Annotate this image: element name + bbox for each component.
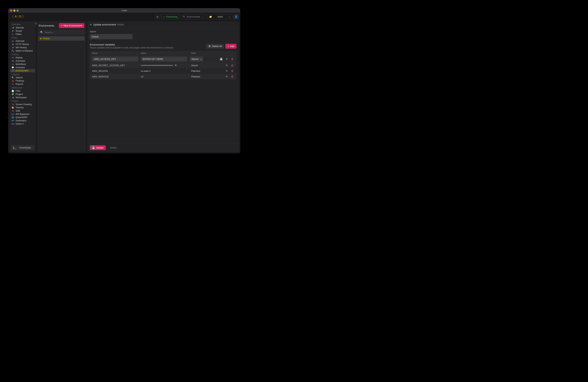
flask-icon: ⚗ <box>183 15 185 18</box>
var-name-input[interactable] <box>92 57 138 61</box>
sidebar-item-403-bypasser[interactable]: </>403 Bypasser <box>10 113 35 116</box>
search-icon: 🔍 <box>40 31 43 34</box>
chevron-down-icon: ⌄ <box>202 15 204 18</box>
pen-icon: ✎ <box>12 103 14 106</box>
filter-icon: ▼ <box>12 30 14 32</box>
user-menu-button[interactable]: 👤 <box>233 14 239 19</box>
sidebar-item-replay[interactable]: ↻Replay <box>10 56 35 59</box>
export-icon: ⎋ <box>12 83 14 85</box>
sidebar-item-scope[interactable]: ▼Scope <box>10 29 35 33</box>
sidebar-item-ws-history[interactable]: ⇄WS History <box>10 46 35 49</box>
sidebar-item-sitemap[interactable]: ⇶Sitemap <box>10 26 35 29</box>
environment-dropdown[interactable]: ⚗ Environment ⌄ <box>181 14 206 19</box>
sidebar-item-http-history[interactable]: ≣HTTP History <box>10 43 35 46</box>
save-row-button[interactable]: 💾 <box>220 58 223 60</box>
cancel-row-button[interactable]: ✕ <box>225 58 228 60</box>
sidebar-item-shift[interactable]: ⊙Shift <box>10 109 35 113</box>
new-environment-button[interactable]: + New Environment <box>59 23 84 28</box>
edit-row-button[interactable]: ✎ <box>225 75 228 78</box>
window-title: Caido <box>121 9 127 12</box>
chevron-down-icon: ⌄ <box>200 58 202 60</box>
commands-label: Commands <box>19 147 31 149</box>
var-name: AWS_SERVICE <box>92 75 141 78</box>
environment-search-input[interactable] <box>44 31 83 34</box>
environment-item-label: Global <box>43 37 50 40</box>
delete-all-button[interactable]: 🗑 Delete All <box>206 44 224 49</box>
monitor-icon: 🖥 <box>12 96 14 98</box>
main-title: Update environment <box>93 23 116 26</box>
col-kind: Kind <box>191 52 220 55</box>
commands-button[interactable]: ❯_ Commands <box>11 145 34 150</box>
app-window: Caido CAIDO ◎ » Forwarding ⚗ Environment… <box>8 8 240 153</box>
code-icon: </> <box>12 113 14 115</box>
sidebar-item-assistant[interactable]: 💬Assistant <box>10 66 35 69</box>
sidebar-item-authmatrix[interactable]: </>Authmatrix <box>10 119 35 122</box>
edit-row-button[interactable]: ✎ <box>225 64 228 67</box>
target-button[interactable]: ◎ <box>155 14 160 19</box>
sidebar-item-label: 403 Bypasser <box>16 113 29 115</box>
maximize-icon[interactable] <box>17 10 19 12</box>
main-panel: ✎ Update environment Global Name Environ… <box>87 21 239 152</box>
sidebar-item-findings[interactable]: 🐞Findings <box>10 79 35 82</box>
environment-search[interactable]: 🔍 <box>38 30 85 35</box>
sidebar-item-label: Workspace <box>16 96 27 99</box>
environment-item[interactable]: Global <box>38 36 85 41</box>
sidebar-item-quickssrf[interactable]: 🌐QuickSSRF <box>10 116 35 119</box>
puzzle-icon: 🧩 <box>12 93 14 96</box>
sidebar-collapse-button[interactable]: « <box>34 22 37 25</box>
search-icon: 🔍 <box>12 76 14 79</box>
name-label: Name <box>90 30 236 33</box>
add-variable-button[interactable]: + Add <box>225 44 236 49</box>
sidebar-item-match-replace[interactable]: 🔧Match & Replace <box>10 49 35 53</box>
sliders-icon: ≡ <box>12 33 14 35</box>
sidebar-item-environment[interactable]: ❐Environment <box>10 69 35 72</box>
target-icon: ◎ <box>12 40 14 42</box>
forwarding-label: Forwarding <box>166 15 178 18</box>
status-dot-icon <box>40 38 41 39</box>
main-body: Name Environment Variables Those variabl… <box>87 28 239 143</box>
pencil-icon: ✎ <box>226 75 228 78</box>
edit-icon: ✎ <box>90 23 92 26</box>
update-button[interactable]: 💾 Update <box>90 145 106 150</box>
delete-row-button[interactable]: 🗑 <box>231 58 233 60</box>
var-name: AWS_REGION <box>92 70 141 72</box>
sidebar-item-plugins[interactable]: 🧩Plugins <box>10 93 35 96</box>
delete-row-button[interactable]: 🗑 <box>231 70 233 72</box>
sidebar-item-label: Findings <box>16 79 24 82</box>
sidebar-item-label: Match & Replace <box>16 50 33 52</box>
close-icon[interactable] <box>10 10 12 12</box>
trash-icon: 🗑 <box>231 70 233 72</box>
sidebar-item-notes-[interactable]: </>Notes++ <box>10 122 35 126</box>
table-row-editing: Secret ⌄ 💾 ✕ 🗑 <box>90 56 236 63</box>
sidebar-item-files[interactable]: 📄Files <box>10 89 35 93</box>
edit-row-button[interactable]: ✎ <box>225 70 228 72</box>
var-value-input[interactable] <box>141 57 187 61</box>
sidebar-item-automate[interactable]: ⚙Automate <box>10 59 35 63</box>
var-kind-select[interactable]: Secret ⌄ <box>190 57 203 61</box>
delete-row-button[interactable]: 🗑 <box>231 64 233 67</box>
pencil-icon: ✎ <box>226 70 228 72</box>
sidebar-item-search[interactable]: 🔍Search <box>10 76 35 79</box>
reveal-button[interactable]: 👁 <box>174 64 177 67</box>
environment-name-input[interactable] <box>90 34 132 39</box>
project-dropdown[interactable]: 📁 test3 ⌄ <box>207 14 232 19</box>
sidebar-item-exports[interactable]: ⎋Exports <box>10 82 35 86</box>
delete-button[interactable]: Delete <box>107 145 119 150</box>
new-env-label: New Environment <box>63 24 82 27</box>
sidebar: « Overview⇶Sitemap▼Scope≡FiltersProxy◎In… <box>9 21 36 152</box>
sidebar-item-workflows[interactable]: ⊶Workflows <box>10 63 35 66</box>
code-icon: </> <box>12 119 14 122</box>
sidebar-item-themes[interactable]: 🎨Themes <box>10 106 35 109</box>
delete-row-button[interactable]: 🗑 <box>231 75 233 78</box>
sidebar-item-intercept[interactable]: ◎Intercept <box>10 39 35 43</box>
sidebar-item-filters[interactable]: ≡Filters <box>10 33 35 36</box>
minimize-icon[interactable] <box>13 10 15 12</box>
sidebar-item-workspace[interactable]: 🖥Workspace <box>10 96 35 99</box>
col-name: Name <box>92 52 141 55</box>
vars-section-title: Environment Variables <box>90 43 174 46</box>
forwarding-button[interactable]: » Forwarding <box>161 14 180 19</box>
code-icon: </> <box>12 123 14 125</box>
trash-icon: 🗑 <box>231 58 233 60</box>
nav-group-label: Logging <box>10 72 35 76</box>
sidebar-item-screen-drawing[interactable]: ✎Screen Drawing <box>10 103 35 106</box>
